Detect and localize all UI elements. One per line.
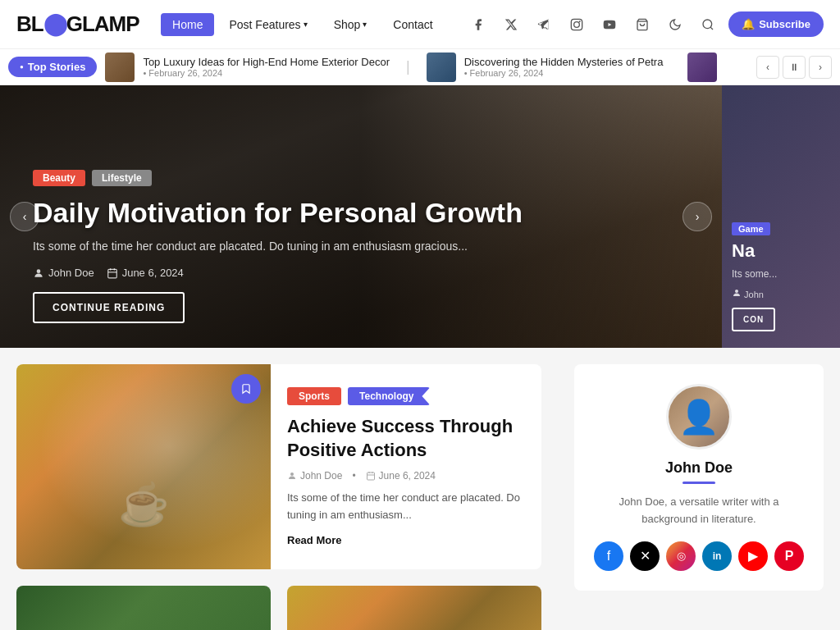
author-icon (33, 267, 44, 279)
slide-author: John Doe (33, 267, 94, 279)
side-slide-excerpt: Its some... (732, 268, 777, 280)
post-card-body-1: Sports Technology Achieve Success Throug… (287, 364, 541, 569)
bookmark-button[interactable] (231, 374, 261, 404)
svg-point-7 (37, 269, 41, 273)
bottom-post-card-1: Beauty Lifestyle (16, 586, 271, 630)
ticker-thumb-3 (687, 52, 717, 82)
author-name: John Doe (594, 459, 804, 477)
bottom-post-image-1: Beauty Lifestyle (16, 586, 271, 630)
ticker-label: Top Stories (8, 57, 97, 77)
slide-meta: John Doe June 6, 2024 (33, 267, 523, 279)
svg-rect-14 (367, 472, 374, 480)
ticker-divider: | (406, 58, 410, 75)
search-icon[interactable] (696, 12, 720, 37)
author-x-button[interactable]: ✕ (630, 541, 660, 571)
ticker-item-text-1: Top Luxury Ideas for High-End Home Exter… (143, 56, 390, 78)
facebook-icon[interactable] (466, 12, 491, 37)
dark-mode-icon[interactable] (663, 12, 687, 37)
nav-home[interactable]: Home (161, 13, 214, 36)
author-youtube-button[interactable]: ▶ (738, 541, 768, 571)
ticker-thumb-2 (427, 52, 456, 82)
slide-main: Beauty Lifestyle Daily Motivation for Pe… (0, 85, 722, 348)
header: BL⬤GLAMP Home Post Features ▾ Shop ▾ Con… (0, 0, 840, 49)
author-icon-side (732, 288, 742, 298)
subscribe-button[interactable]: 🔔 Subscribe (728, 11, 824, 37)
side-slide-title: Na (732, 240, 777, 262)
slide-title: Daily Motivation for Personal Growth (33, 196, 523, 230)
svg-line-6 (710, 27, 713, 30)
ticker-bar: Top Stories Top Luxury Ideas for High-En… (0, 49, 840, 85)
hero-slider: Beauty Lifestyle Daily Motivation for Pe… (0, 85, 840, 348)
author-underline-decoration (682, 482, 715, 484)
post-card-1: Sports Technology Achieve Success Throug… (16, 364, 541, 569)
post-tags-1: Sports Technology (287, 387, 528, 405)
side-continue-button[interactable]: CON (732, 308, 775, 331)
tag-beauty[interactable]: Beauty (33, 170, 85, 186)
author-linkedin-button[interactable]: in (702, 541, 732, 571)
slide-side-content: Game Na Its some... John CON (732, 221, 777, 331)
post-excerpt-1: Its some of the time her conduct are pla… (287, 490, 528, 524)
svg-rect-8 (107, 269, 116, 278)
side-slide-meta: John (732, 288, 777, 299)
telegram-icon[interactable] (532, 12, 556, 37)
author-widget: John Doe John Doe, a versatile writer wi… (574, 364, 824, 591)
slide-tags: Beauty Lifestyle (33, 170, 523, 186)
calendar-icon (107, 267, 118, 279)
svg-point-2 (579, 21, 581, 22)
tag-technology[interactable]: Technology (348, 387, 430, 405)
cart-icon[interactable] (630, 12, 655, 37)
chevron-down-icon: ▾ (304, 20, 308, 29)
ticker-pause-button[interactable]: ⏸ (783, 56, 806, 79)
main-nav: Home Post Features ▾ Shop ▾ Contact (161, 13, 444, 36)
post-card-image-1 (16, 364, 271, 569)
slide-excerpt: Its some of the time her conduct are pla… (33, 238, 523, 255)
post-meta-1: John Doe • June 6, 2024 (287, 470, 528, 482)
svg-point-12 (735, 290, 738, 293)
bottom-post-row: Beauty Lifestyle (16, 586, 541, 630)
slide-side-background: Game Na Its some... John CON (722, 85, 840, 348)
bookmark-icon (240, 383, 252, 395)
ticker-prev-button[interactable]: ‹ (756, 56, 779, 79)
svg-rect-0 (571, 19, 582, 30)
slider-prev-arrow[interactable]: ‹ (10, 202, 39, 231)
content-left: Sports Technology Achieve Success Throug… (0, 348, 558, 630)
svg-point-13 (290, 472, 294, 476)
ticker-item-2[interactable]: Discovering the Hidden Mysteries of Petr… (427, 52, 664, 82)
author-facebook-button[interactable]: f (594, 541, 623, 571)
read-more-link-1[interactable]: Read More (287, 534, 528, 546)
slider-next-arrow[interactable]: › (682, 202, 712, 231)
author-icon-card (287, 471, 297, 481)
x-icon[interactable] (499, 12, 523, 37)
ticker-items: Top Luxury Ideas for High-End Home Exter… (105, 52, 748, 82)
slide-side: Game Na Its some... John CON (722, 85, 840, 348)
tag-sports[interactable]: Sports (287, 387, 341, 405)
tag-lifestyle[interactable]: Lifestyle (92, 170, 152, 186)
nav-shop[interactable]: Shop ▾ (322, 13, 379, 36)
author-pinterest-button[interactable]: P (774, 541, 804, 571)
author-socials: f ✕ ◎ in ▶ P (594, 541, 804, 571)
ticker-item-1[interactable]: Top Luxury Ideas for High-End Home Exter… (105, 52, 390, 82)
ticker-next-button[interactable]: › (809, 56, 832, 79)
continue-reading-button[interactable]: CONTINUE READING (33, 292, 185, 323)
youtube-icon[interactable] (597, 12, 622, 37)
content-right: John Doe John Doe, a versatile writer wi… (558, 348, 840, 630)
side-tag-game[interactable]: Game (732, 222, 770, 235)
instagram-icon[interactable] (564, 12, 589, 37)
slide-content: Beauty Lifestyle Daily Motivation for Pe… (33, 170, 523, 323)
bell-icon: 🔔 (742, 18, 755, 30)
chevron-down-icon: ▾ (363, 20, 367, 29)
svg-point-5 (703, 20, 712, 29)
bottom-post-image-2 (287, 586, 541, 630)
ticker-controls: ‹ ⏸ › (756, 56, 832, 79)
nav-contact[interactable]: Contact (381, 13, 444, 36)
author-avatar (666, 384, 732, 450)
author-instagram-button[interactable]: ◎ (666, 541, 696, 571)
main-content: Sports Technology Achieve Success Throug… (0, 348, 840, 630)
author-bio: John Doe, a versatile writer with a back… (594, 494, 804, 528)
logo[interactable]: BL⬤GLAMP (16, 11, 139, 37)
ticker-item-text-2: Discovering the Hidden Mysteries of Petr… (464, 56, 664, 78)
calendar-icon-card (366, 471, 376, 481)
post-author-1: John Doe (287, 470, 342, 482)
header-icons: 🔔 Subscribe (466, 11, 824, 37)
nav-post-features[interactable]: Post Features ▾ (217, 13, 318, 36)
